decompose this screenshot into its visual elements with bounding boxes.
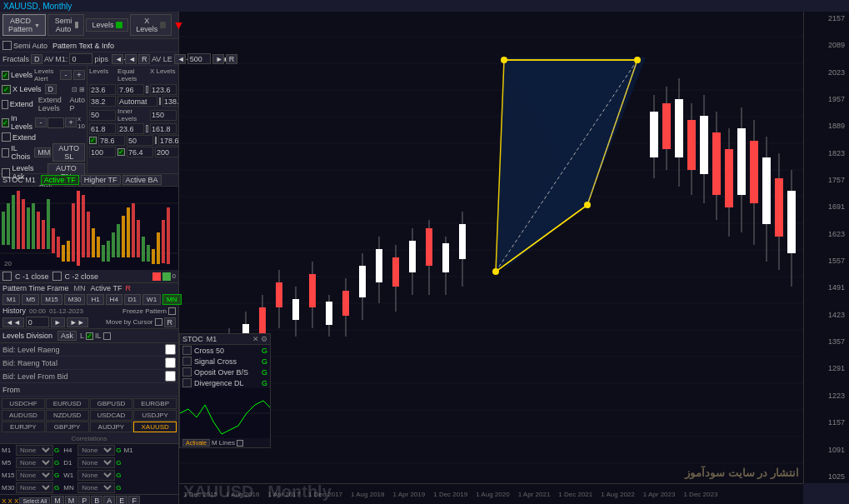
tf-h4[interactable]: H4 [106,294,122,305]
semi-auto-button[interactable]: Semi Auto [47,14,85,36]
corr-audjpy[interactable]: AUDJPY [90,422,133,432]
m1-input[interactable] [69,53,92,64]
tf-h1[interactable]: H1 [87,294,103,305]
c2-check[interactable] [52,272,62,281]
fractals-d-button[interactable]: D [31,54,42,64]
x-levels-button[interactable]: X Levels [130,14,172,36]
corr-eurjpy[interactable]: EURJPY [2,422,45,432]
corr-usdchf[interactable]: USDCHF [2,398,45,409]
nav-left-3[interactable]: ◄◄ [174,54,186,64]
inner-1-check[interactable] [146,125,148,132]
bid-raeng-check[interactable] [165,344,176,355]
corr-eurusd[interactable]: EURUSD [46,398,89,409]
il-check[interactable] [103,332,111,340]
level-6-input[interactable] [89,147,116,157]
level-5-check[interactable]: ✓ [89,137,97,144]
corr-usdcad[interactable]: USDCAD [90,410,133,421]
hist-r-btn[interactable]: R [164,317,177,327]
inner-2-check[interactable] [155,137,157,144]
m-lines-check[interactable] [237,440,243,447]
inner-3-check[interactable]: ✓ [117,148,125,156]
h4-select[interactable]: None [77,445,115,456]
eq-1-check[interactable] [146,86,148,93]
activate-btn[interactable]: Activate [182,439,210,447]
r-label-1[interactable]: R [138,54,150,64]
btn-m1[interactable]: M [51,496,64,504]
signal-cross-check[interactable] [182,357,192,366]
nav-left-2[interactable]: ◄ [125,54,137,64]
corr-xauusd[interactable]: XAUUSD [133,422,177,432]
level-3-input[interactable] [89,110,116,121]
level-5-input[interactable] [98,135,125,146]
tf-w1[interactable]: W1 [142,294,161,305]
inner-2-input[interactable] [127,135,153,146]
inner-1-input[interactable] [117,123,144,134]
tf-m5[interactable]: M5 [22,294,39,305]
levels-checkbox[interactable]: ✓ [2,71,9,80]
x-level-1-input[interactable] [150,84,177,95]
active-ba-btn[interactable]: Active BA [122,175,162,185]
mn-select[interactable]: None [77,482,115,493]
w1-select[interactable]: None [77,470,115,481]
auto-sl-btn[interactable]: AUTO SL [52,143,85,162]
levels-alert-minus[interactable]: - [60,70,72,80]
nav-right-1[interactable]: ►► [212,54,224,64]
x-level-3-input[interactable] [150,110,177,121]
cross50-check[interactable] [182,346,192,355]
extend-checkbox-1[interactable] [2,100,8,109]
inner-3-input[interactable] [127,147,153,157]
in-levels-checkbox[interactable]: ✓ [2,118,9,127]
eq-level-2-input[interactable] [117,96,157,107]
abcd-pattern-button[interactable]: ABCD Pattern ▼ [2,14,46,36]
c1-check[interactable] [2,272,12,281]
freeze-check[interactable] [168,307,176,315]
m5-select[interactable]: None [16,457,53,468]
tf-m30[interactable]: M30 [64,294,86,305]
hist-nav-1[interactable]: ◄◄ [2,317,24,327]
x-level-2-input[interactable] [162,96,178,107]
tf-m15[interactable]: M15 [41,294,62,305]
hist-nav-2[interactable]: ► [51,317,65,327]
mm-btn[interactable]: MM [34,147,51,157]
corr-eurgbp[interactable]: EURGBP [133,398,177,409]
btn-p[interactable]: P [78,496,90,504]
x-level-4-input[interactable] [150,123,177,134]
in-levels-input[interactable] [47,117,64,128]
level-2-input[interactable] [89,96,116,107]
corr-gbpjpy[interactable]: GBPJPY [46,422,89,432]
corr-audusd[interactable]: AUDUSD [2,410,45,421]
m30-select[interactable]: None [16,482,53,493]
levels-alert-plus[interactable]: + [73,70,85,80]
il-chois-checkbox[interactable] [2,148,9,157]
m15-select[interactable]: None [16,470,53,481]
levels-button[interactable]: Levels [86,18,127,32]
eq-level-1-input[interactable] [117,84,144,95]
level-4-input[interactable] [89,123,116,134]
extend-checkbox-2[interactable] [2,132,11,142]
bid-from-check[interactable] [165,371,176,382]
btn-b[interactable]: B [91,496,102,504]
semi-auto-checkbox[interactable] [2,41,12,50]
btn-f[interactable]: F [128,496,140,504]
m1-select[interactable]: None [16,445,53,456]
in-levels-plus[interactable]: + [65,117,77,127]
r-label-2[interactable]: R [226,54,237,64]
cursor-check[interactable] [155,318,162,326]
l-check[interactable]: ✓ [86,332,93,340]
ask-btn[interactable]: Ask [57,331,77,341]
level-1-input[interactable] [89,84,116,95]
tf-d1[interactable]: D1 [124,294,141,305]
bid-total-check[interactable] [165,357,176,368]
av-le-input[interactable] [187,53,211,64]
btn-a[interactable]: A [103,496,115,504]
oposit-check[interactable] [182,367,192,377]
corr-nzdusd[interactable]: NZDUSD [46,410,89,421]
in-levels-minus[interactable]: - [35,117,47,127]
higher-tf-btn[interactable]: Higher TF [81,175,121,185]
hist-nav-3[interactable]: ►► [67,317,88,327]
x-levels-d-btn[interactable]: D [45,84,57,94]
x-level-6-input[interactable] [155,147,178,157]
tf-m1[interactable]: M1 [2,294,20,305]
x-level-5-input[interactable] [158,135,178,146]
nav-left-1[interactable]: ◄◄ [112,54,123,64]
